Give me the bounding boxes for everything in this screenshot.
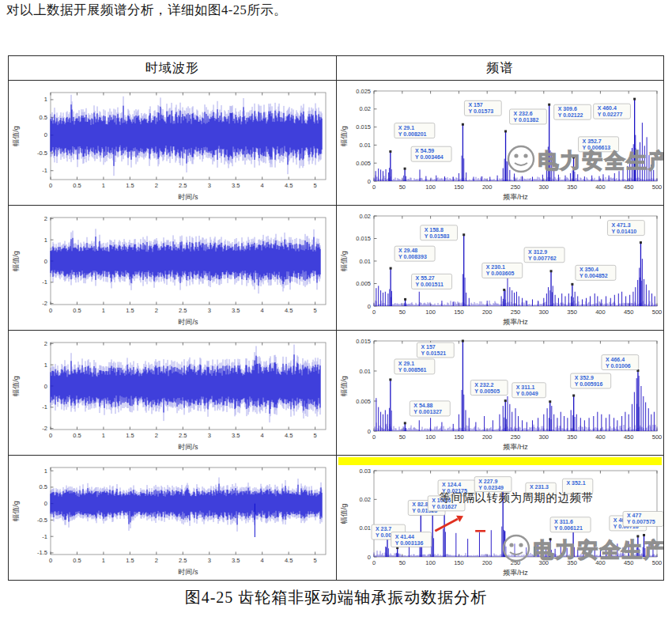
svg-text:250: 250 xyxy=(510,433,520,441)
svg-text:300: 300 xyxy=(538,308,549,316)
svg-text:Y 0.008561: Y 0.008561 xyxy=(398,367,426,373)
svg-text:Y 0.003136: Y 0.003136 xyxy=(395,540,423,546)
svg-text:0.005: 0.005 xyxy=(356,280,371,287)
svg-text:X 312.9: X 312.9 xyxy=(528,249,547,255)
svg-text:Y 0.001511: Y 0.001511 xyxy=(415,282,443,287)
svg-text:-1.5: -1.5 xyxy=(37,549,47,556)
svg-text:2: 2 xyxy=(155,432,158,439)
svg-text:50: 50 xyxy=(398,308,405,316)
svg-text:2.5: 2.5 xyxy=(179,557,187,564)
svg-text:5: 5 xyxy=(314,307,317,314)
svg-text:500: 500 xyxy=(651,184,662,191)
svg-text:3.5: 3.5 xyxy=(232,307,240,314)
table-header-row: 时域波形 频谱 xyxy=(9,56,663,81)
svg-text:0: 0 xyxy=(372,433,375,441)
svg-text:450: 450 xyxy=(623,433,633,441)
svg-text:X 460.4: X 460.4 xyxy=(597,105,616,111)
svg-text:0: 0 xyxy=(367,178,370,185)
svg-text:X 158.8: X 158.8 xyxy=(424,227,443,233)
svg-text:X 29.1: X 29.1 xyxy=(398,361,413,366)
svg-text:2.5: 2.5 xyxy=(179,432,187,439)
svg-text:50: 50 xyxy=(398,559,405,566)
svg-text:0.5: 0.5 xyxy=(73,307,81,314)
svg-text:0: 0 xyxy=(49,182,52,189)
svg-text:0.5: 0.5 xyxy=(73,432,81,439)
svg-text:3: 3 xyxy=(208,307,211,314)
svg-text:0.01: 0.01 xyxy=(359,368,371,375)
svg-text:450: 450 xyxy=(623,184,633,191)
svg-text:300: 300 xyxy=(538,433,549,441)
svg-text:2: 2 xyxy=(155,557,158,564)
svg-text:2.5: 2.5 xyxy=(179,307,187,314)
svg-text:X 352.9: X 352.9 xyxy=(574,375,593,380)
svg-text:0.005: 0.005 xyxy=(356,398,371,405)
svg-text:-1: -1 xyxy=(42,278,47,286)
svg-text:1: 1 xyxy=(102,557,105,564)
time-waveform-chart-row4: 00.511.522.533.544.55-1.5-1-0.500.51时间/s… xyxy=(9,458,335,577)
svg-text:350: 350 xyxy=(567,184,577,191)
time-waveform-chart-row3: 00.511.522.533.544.55-2-1012时间/s幅值/g xyxy=(9,333,335,452)
svg-text:X 471.3: X 471.3 xyxy=(611,222,630,228)
svg-text:0.02: 0.02 xyxy=(359,105,371,112)
svg-text:幅值/g: 幅值/g xyxy=(12,376,20,396)
svg-text:200: 200 xyxy=(481,184,492,191)
cell-spectrum-row1: 05010015020025030035040045050000.0050.01… xyxy=(337,81,664,205)
svg-text:Y 0.01573: Y 0.01573 xyxy=(468,108,493,114)
svg-text:150: 150 xyxy=(454,433,464,441)
svg-text:-2: -2 xyxy=(42,300,47,307)
svg-text:100: 100 xyxy=(425,184,436,191)
svg-text:X 231.3: X 231.3 xyxy=(529,484,548,490)
svg-text:100: 100 xyxy=(425,433,436,441)
svg-text:0: 0 xyxy=(44,383,47,390)
svg-text:1.5: 1.5 xyxy=(126,307,134,314)
svg-text:2: 2 xyxy=(44,215,47,222)
svg-text:X 232.2: X 232.2 xyxy=(474,382,493,388)
svg-text:时间/s: 时间/s xyxy=(178,568,198,576)
svg-text:0.5: 0.5 xyxy=(40,114,47,121)
svg-text:Y 0.01006: Y 0.01006 xyxy=(605,363,630,369)
svg-text:4.5: 4.5 xyxy=(285,307,293,314)
svg-text:0.015: 0.015 xyxy=(356,338,371,345)
cell-time-row4: 00.511.522.533.544.55-1.5-1-0.500.51时间/s… xyxy=(9,456,337,580)
svg-text:3.5: 3.5 xyxy=(232,182,240,189)
svg-text:X 55.27: X 55.27 xyxy=(415,275,434,281)
svg-text:5: 5 xyxy=(314,557,317,564)
svg-text:-2: -2 xyxy=(42,425,47,432)
svg-text:1: 1 xyxy=(102,182,105,189)
svg-text:1: 1 xyxy=(102,432,105,439)
svg-text:Y 0.005916: Y 0.005916 xyxy=(574,381,602,387)
time-waveform-chart-row1: 00.511.522.533.544.55-1-0.500.51时间/s幅值/g xyxy=(9,83,335,202)
svg-text:Y 0.006121: Y 0.006121 xyxy=(554,525,583,531)
svg-text:幅值/g: 幅值/g xyxy=(12,501,20,521)
intro-paragraph: 对以上数据开展频谱分析，详细如图4-25所示。 xyxy=(6,2,287,19)
cell-spectrum-row4: 05010015020025030035040045050000.010.020… xyxy=(337,456,664,580)
svg-text:-1: -1 xyxy=(42,533,47,540)
svg-text:Y 0.007575: Y 0.007575 xyxy=(627,519,655,524)
svg-text:X 309.6: X 309.6 xyxy=(557,106,576,112)
svg-text:-0.5: -0.5 xyxy=(37,150,47,157)
svg-text:幅值/g: 幅值/g xyxy=(12,251,20,271)
svg-text:0.5: 0.5 xyxy=(40,483,47,490)
svg-text:X 23.7: X 23.7 xyxy=(375,526,391,532)
table-row-1: 00.511.522.533.544.55-1-0.500.51时间/s幅值/g… xyxy=(9,81,663,206)
svg-text:500: 500 xyxy=(651,308,662,316)
svg-text:4: 4 xyxy=(261,307,264,314)
svg-text:时间/s: 时间/s xyxy=(178,193,198,201)
svg-text:350: 350 xyxy=(567,308,577,316)
svg-text:100: 100 xyxy=(425,559,436,566)
svg-text:300: 300 xyxy=(538,184,549,191)
svg-text:200: 200 xyxy=(481,433,492,441)
figure-caption: 图4-25 齿轮箱非驱动端轴承振动数据分析 xyxy=(0,587,672,608)
cell-spectrum-row3: 05010015020025030035040045050000.0050.01… xyxy=(337,331,664,455)
svg-text:400: 400 xyxy=(595,559,606,566)
svg-text:150: 150 xyxy=(454,184,464,191)
svg-text:1: 1 xyxy=(44,96,47,103)
svg-text:0: 0 xyxy=(44,258,47,265)
svg-text:0: 0 xyxy=(367,554,370,561)
svg-text:X 232.6: X 232.6 xyxy=(513,111,532,116)
svg-text:Y 0.02122: Y 0.02122 xyxy=(557,112,583,118)
svg-text:时间/s: 时间/s xyxy=(178,443,198,451)
svg-text:400: 400 xyxy=(595,184,606,191)
svg-text:Y 0.00505: Y 0.00505 xyxy=(474,388,500,394)
svg-text:Y 0.001327: Y 0.001327 xyxy=(413,409,442,414)
